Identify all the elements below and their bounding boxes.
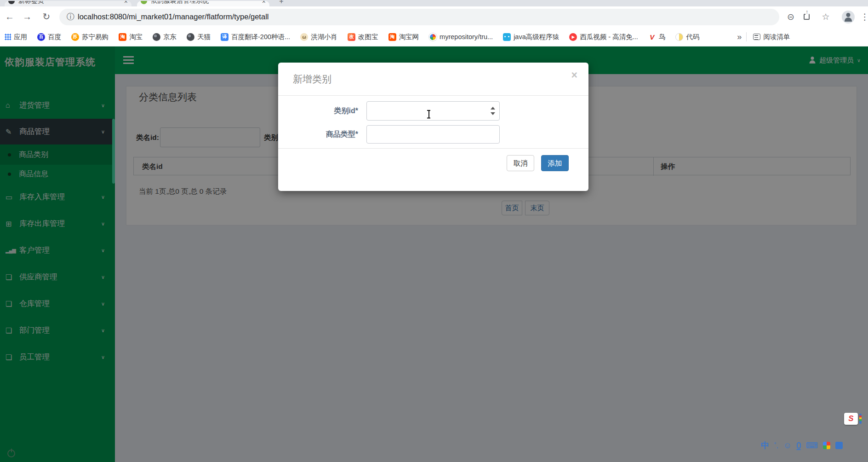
microphone-icon[interactable] [797,442,801,449]
url-text: localhost:8080/mi_market01/manager/flatf… [78,9,268,25]
stepper-up-icon[interactable] [491,107,495,110]
close-icon[interactable]: × [571,69,577,81]
bookmark-taobao[interactable]: 淘 淘宝 [119,33,143,41]
stepper-down-icon[interactable] [491,112,495,115]
tab-favicon [141,1,147,4]
divider [746,32,747,41]
number-stepper[interactable] [490,106,496,116]
image-edit-icon: 改 [348,33,355,41]
ime-panel-icon[interactable] [835,442,843,449]
suning-icon: 苏 [71,33,79,41]
globe-icon [153,33,160,41]
taobao-icon: 淘 [119,33,126,41]
modal-title: 新增类别 [293,73,331,86]
field-label-product-type: 商品类型* [290,125,358,144]
zoom-out-icon[interactable]: ⊝ [784,10,798,24]
ime-toolbar[interactable]: 中 ˚, ☺ ⌨ [761,439,868,452]
submit-button[interactable]: 添加 [541,155,569,171]
modal-header-divider [278,95,588,96]
code-icon [675,33,683,41]
bookmark-java-programmer[interactable]: java高级程序猿 [503,33,559,41]
profile-avatar[interactable] [842,11,855,23]
modal-footer-divider [278,148,588,149]
play-icon: ▶ [569,33,577,41]
bookmarks-overflow-chevron[interactable]: » [737,32,742,42]
keyboard-icon[interactable]: ⌨ [806,439,818,452]
bookmark-code[interactable]: 代码 [675,33,699,41]
bookmark-xigua-video[interactable]: ▶ 西瓜视频 - 高清免... [569,33,638,41]
back-icon[interactable]: ← [2,6,17,28]
translate-icon: 译 [221,33,228,41]
bird-icon: V [648,33,656,41]
tab-close-icon[interactable]: × [262,1,266,5]
tv-robot-icon [503,33,511,41]
product-type-input[interactable] [366,125,500,144]
ime-skin-icon[interactable] [823,442,830,449]
bookmark-taobao-web[interactable]: 淘 淘宝网 [388,33,419,41]
bookmark-apps[interactable]: 应用 [5,33,27,41]
address-bar[interactable]: ⓘ localhost:8080/mi_market01/manager/fla… [59,9,779,25]
reading-list-icon [753,34,760,40]
ime-language-toggle[interactable]: 中 [761,439,769,452]
bookmark-suning[interactable]: 苏 苏宁易购 [71,33,108,41]
bookmark-baidu-translate[interactable]: 译 百度翻译-200种语... [221,33,290,41]
add-category-modal: 新增类别 × 类别id* 商品类型* 取消 添加 [278,63,588,191]
bookmark-jd[interactable]: 京东 [153,33,177,41]
browser-tab-new-tab[interactable]: 新标签页 × [5,1,131,6]
taobao-icon: 淘 [388,33,396,41]
category-id-input[interactable] [366,101,500,121]
bookmarks-bar: 应用 百 百度 苏 苏宁易购 淘 淘宝 京东 天猫 [0,28,868,46]
tab-strip: 新标签页 × 依韵服装店管理系统 × + [0,0,868,6]
tab-close-icon[interactable]: × [124,1,128,5]
cancel-button[interactable]: 取消 [507,155,534,171]
monkey-icon: ω [300,33,308,41]
bookmark-bird[interactable]: V 鸟 [648,33,666,41]
browser-toolbar: ← → ↻ ⓘ localhost:8080/mi_market01/manag… [0,6,868,28]
bookmark-myrepository[interactable]: myrepository/tru... [429,33,493,41]
chrome-colors-icon [429,33,437,41]
forward-icon[interactable]: → [19,6,35,28]
text-cursor [427,110,431,118]
browser-menu-icon[interactable]: ⋮ [858,10,868,24]
bookmark-star-icon[interactable]: ☆ [819,10,833,24]
person-icon [842,11,855,23]
apps-grid-icon [5,34,11,40]
tab-favicon [8,1,15,4]
field-label-category-id: 类别id* [290,101,358,121]
ime-punctuation-icon[interactable]: ˚, [774,439,778,452]
bookmark-tmall[interactable]: 天猫 [187,33,211,41]
bookmark-baidu[interactable]: 百 百度 [37,33,61,41]
reading-list-label[interactable]: 阅读清单 [763,33,790,41]
bookmark-gaitubao[interactable]: 改 改图宝 [348,33,378,41]
emoji-icon[interactable]: ☺ [783,439,792,452]
bookmark-honghu-xiaoxiao[interactable]: ω 洪湖小肖 [300,33,337,41]
browser-chrome: 新标签页 × 依韵服装店管理系统 × + ← → ↻ ⓘ localhost:8… [0,0,868,46]
site-info-icon[interactable]: ⓘ [67,9,74,25]
sogou-input-icon[interactable]: S [844,413,858,425]
reload-icon[interactable]: ↻ [39,6,54,28]
baidu-icon: 百 [37,33,45,41]
sogou-skin-strip [859,414,862,424]
globe-icon [187,33,194,41]
browser-tab-admin-system[interactable]: 依韵服装店管理系统 × [137,1,269,6]
page: 依韵服装店管理系统 ⌂ 进货管理 ∨ ✎ 商品管理 ∨ 商品类别 商品信息 ▭ … [0,0,868,462]
